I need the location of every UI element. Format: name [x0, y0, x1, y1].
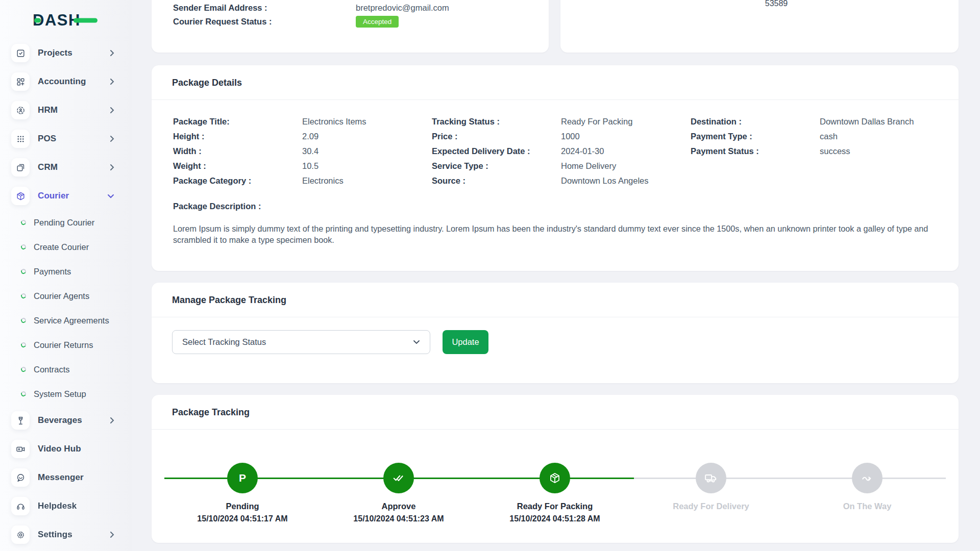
- field-value: 2024-01-30: [561, 144, 604, 159]
- sidebar-subitem-service-agreements[interactable]: Service Agreements: [0, 308, 132, 333]
- sidebar-subitem-courier-returns[interactable]: Courier Returns: [0, 333, 132, 357]
- tracking-status-select-value: Select Tracking Status: [182, 337, 266, 347]
- bullet-icon: [20, 219, 27, 226]
- sidebar-item-label: Messenger: [38, 472, 84, 483]
- package-description-text: Lorem Ipsum is simply dummy text of the …: [173, 223, 937, 245]
- sender-email-value: bretpredovic@gmail.com: [356, 3, 449, 13]
- field-row: Payment Type : cash: [691, 129, 937, 144]
- barcode-number: 53589: [560, 0, 959, 8]
- field-row: Payment Status : success: [691, 144, 937, 159]
- field-row: Price : 1000: [432, 129, 691, 144]
- sidebar-item-messenger[interactable]: Messenger: [0, 463, 132, 492]
- field-row: Weight : 10.5: [173, 159, 432, 173]
- top-cards-row: Sender Email Address : bretpredovic@gmai…: [152, 0, 959, 53]
- manage-tracking-body: Select Tracking Status Update: [152, 317, 959, 367]
- status-badge: Accepted: [356, 16, 399, 28]
- app-logo[interactable]: DASH: [0, 0, 132, 39]
- sidebar-item-courier[interactable]: Courier: [0, 182, 132, 210]
- package-details-fields: Package Title: Electronics Items Height …: [173, 114, 937, 188]
- sidebar-item-video-hub[interactable]: Video Hub: [0, 435, 132, 463]
- category-grid-icon: [11, 72, 30, 91]
- sidebar-item-beverages[interactable]: Beverages: [0, 406, 132, 435]
- overlapping-squares-icon: [11, 158, 30, 177]
- double-check-icon: [383, 463, 414, 493]
- sidebar-item-helpdesk[interactable]: Helpdesk: [0, 492, 132, 520]
- field-label: Payment Status :: [691, 144, 820, 159]
- timeline-step-approve: Approve 15/10/2024 04:51:23 AM: [321, 430, 477, 523]
- wine-glass-icon: [11, 411, 30, 430]
- field-value: Ready For Packing: [561, 114, 632, 129]
- chevron-down-icon: [413, 340, 420, 344]
- sender-email-row: Sender Email Address : bretpredovic@gmai…: [173, 3, 533, 13]
- timeline-steps: P Pending 15/10/2024 04:51:17 AM Approve…: [164, 430, 946, 523]
- sidebar-subitem-label: Contracts: [34, 365, 70, 374]
- chevron-right-icon: [110, 164, 114, 171]
- field-value: 1000: [561, 129, 580, 144]
- field-label: Width :: [173, 144, 302, 159]
- sidebar-item-label: Beverages: [38, 415, 82, 425]
- bullet-icon: [20, 342, 27, 348]
- sidebar-subitem-pending-courier[interactable]: Pending Courier: [0, 210, 132, 235]
- field-value: cash: [820, 129, 838, 144]
- sidebar-item-label: POS: [38, 134, 56, 144]
- sidebar-subitem-courier-agents[interactable]: Courier Agents: [0, 284, 132, 308]
- sidebar-item-accounting[interactable]: Accounting: [0, 67, 132, 96]
- field-row: Expected Delivery Date : 2024-01-30: [432, 144, 691, 159]
- bullet-icon: [20, 391, 27, 397]
- field-label: Expected Delivery Date :: [432, 144, 561, 159]
- bullet-icon: [20, 268, 27, 275]
- package-tracking-title: Package Tracking: [152, 395, 959, 430]
- sidebar-item-crm[interactable]: CRM: [0, 153, 132, 182]
- sidebar-subitem-payments[interactable]: Payments: [0, 259, 132, 284]
- field-label: Package Title:: [173, 114, 302, 129]
- sidebar-item-label: Projects: [38, 48, 72, 58]
- sidebar-subitem-system-setup[interactable]: System Setup: [0, 382, 132, 406]
- details-column-3: Destination : Downtown Dallas Branch Pay…: [691, 114, 937, 188]
- field-value: success: [820, 144, 850, 159]
- chevron-right-icon: [110, 49, 114, 57]
- field-label: Source :: [432, 173, 561, 188]
- barcode-card: 53589: [560, 0, 959, 53]
- package-description-label: Package Description :: [173, 202, 937, 212]
- field-value: 30.4: [302, 144, 318, 159]
- field-row: Source : Downtown Los Angeles: [432, 173, 691, 188]
- field-label: Weight :: [173, 159, 302, 173]
- field-row: Height : 2.09: [173, 129, 432, 144]
- dots-grid-icon: [11, 130, 30, 148]
- sidebar-subitem-create-courier[interactable]: Create Courier: [0, 235, 132, 259]
- sidebar-subitem-label: Service Agreements: [34, 316, 109, 325]
- package-box-icon: [11, 187, 30, 205]
- sender-email-label: Sender Email Address :: [173, 3, 356, 13]
- letter-p-icon: P: [227, 463, 258, 493]
- sidebar-item-projects[interactable]: Projects: [0, 39, 132, 67]
- timeline-step-ready-for-delivery: Ready For Delivery: [633, 430, 789, 523]
- step-name: Ready For Packing: [517, 502, 593, 511]
- sidebar-item-label: Courier: [38, 191, 69, 201]
- step-timestamp: 15/10/2024 04:51:23 AM: [353, 514, 444, 523]
- field-label: Tracking Status :: [432, 114, 561, 129]
- field-value: Home Delivery: [561, 159, 616, 173]
- timeline-step-on-the-way: On The Way: [789, 430, 945, 523]
- field-value: 10.5: [302, 159, 318, 173]
- field-value: 2.09: [302, 129, 318, 144]
- field-label: Destination :: [691, 114, 820, 129]
- step-name: On The Way: [843, 502, 892, 511]
- step-name: Ready For Delivery: [673, 502, 749, 511]
- step-timestamp: 15/10/2024 04:51:28 AM: [509, 514, 600, 523]
- dash-logo-icon: DASH: [33, 11, 98, 30]
- bullet-icon: [20, 293, 27, 299]
- delivery-truck-icon: [696, 463, 726, 493]
- sidebar-item-label: Settings: [38, 530, 72, 540]
- package-tracking-card: Package Tracking P Pending 15/10/2024 04…: [152, 395, 959, 543]
- field-row: Package Title: Electronics Items: [173, 114, 432, 129]
- chevron-right-icon: [110, 417, 114, 424]
- update-button[interactable]: Update: [443, 330, 488, 354]
- sidebar-item-pos[interactable]: POS: [0, 124, 132, 153]
- timeline-step-pending: P Pending 15/10/2024 04:51:17 AM: [164, 430, 321, 523]
- sidebar-item-hrm[interactable]: HRM: [0, 96, 132, 124]
- sidebar-subitem-contracts[interactable]: Contracts: [0, 357, 132, 382]
- sidebar-item-settings[interactable]: Settings: [0, 520, 132, 549]
- details-column-2: Tracking Status : Ready For Packing Pric…: [432, 114, 691, 188]
- sidebar-nav: Projects Accounting HRM: [0, 39, 132, 549]
- tracking-status-select[interactable]: Select Tracking Status: [172, 330, 430, 354]
